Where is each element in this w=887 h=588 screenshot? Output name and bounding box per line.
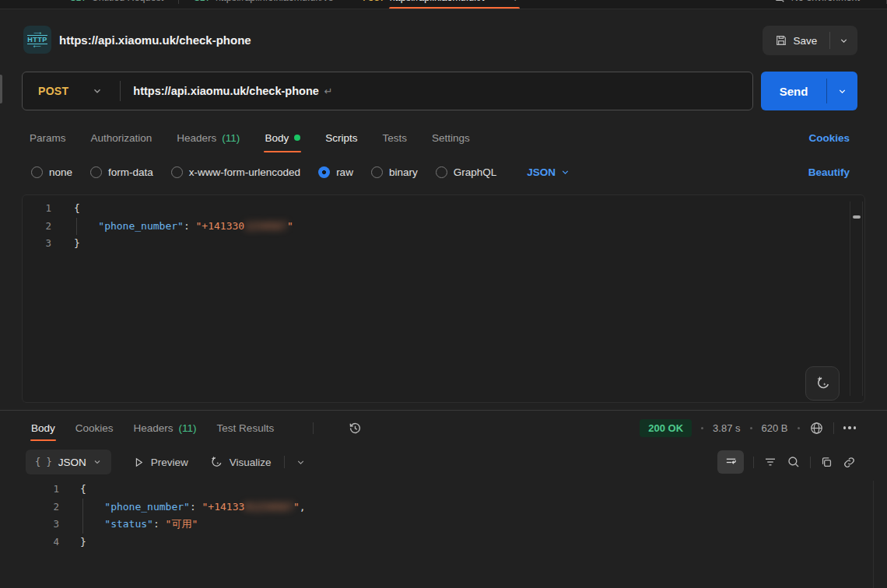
request-body-editor[interactable]: 1{2 "phone_number": "+1413301234567"3}: [22, 194, 865, 403]
request-tab-2[interactable]: GET https://apiinfo.xiaomu.uk/ve: [179, 0, 348, 3]
tab-settings[interactable]: Settings: [432, 132, 470, 144]
network-info-button[interactable]: [809, 421, 824, 436]
copy-button[interactable]: [820, 456, 833, 469]
save-options-button[interactable]: [830, 26, 857, 55]
code-text: "phone_number": "+1413301234567",: [80, 499, 306, 516]
code-token: "可用": [166, 518, 198, 530]
code-line: 3}: [23, 235, 864, 253]
filter-button[interactable]: [763, 455, 777, 469]
filter-icon: [763, 455, 777, 469]
response-size[interactable]: 620 B: [762, 422, 788, 434]
preview-button[interactable]: Preview: [133, 457, 188, 468]
line-number: 3: [23, 235, 51, 253]
dot-separator: [750, 427, 752, 429]
mode-graphql[interactable]: GraphQL: [436, 166, 497, 178]
code-text: {: [74, 200, 80, 218]
code-text: }: [74, 235, 80, 253]
response-body-viewer[interactable]: 1{2 "phone_number": "+1413301234567",3 "…: [0, 481, 871, 588]
new-tab-button[interactable]: +: [511, 0, 518, 5]
tab-body[interactable]: Body: [265, 132, 300, 144]
environment-selector[interactable]: No environment: [774, 0, 860, 3]
request-tabs: Params Authorization Headers (11) Body S…: [0, 123, 887, 152]
mode-x-www-form-urlencoded[interactable]: x-www-form-urlencoded: [171, 166, 300, 178]
mode-label: form-data: [108, 166, 153, 178]
save-button[interactable]: Save: [763, 26, 829, 55]
code-token: "+141330: [196, 220, 245, 232]
tab-title: https://apiinfo.xiaomu.uk/ve: [216, 0, 333, 3]
mode-none[interactable]: none: [31, 166, 72, 178]
scrollbar-handle[interactable]: [853, 215, 861, 219]
environment-icon: [774, 0, 785, 3]
response-tab-body[interactable]: Body: [31, 422, 55, 434]
cookies-link[interactable]: Cookies: [808, 132, 850, 144]
radio-icon: [171, 166, 183, 178]
code-line: 1{: [23, 200, 864, 218]
save-button-group: Save: [763, 26, 857, 55]
method-badge: POST: [363, 0, 384, 2]
tab-params[interactable]: Params: [30, 132, 66, 144]
method-selector-value: POST: [38, 85, 68, 97]
history-button[interactable]: [348, 421, 363, 436]
code-token: [80, 501, 104, 513]
line-number: 2: [23, 218, 51, 236]
icons-divider: [810, 457, 811, 468]
editor-scrollbar[interactable]: [850, 201, 863, 396]
send-options-button[interactable]: [827, 72, 857, 110]
mode-label: raw: [336, 166, 353, 178]
code-token: :: [190, 501, 202, 513]
tab-label: Headers: [134, 422, 174, 434]
more-icon: [843, 426, 857, 429]
tab-label: Body: [31, 422, 55, 434]
mode-raw[interactable]: raw: [318, 166, 353, 178]
mode-binary[interactable]: binary: [371, 166, 418, 178]
response-format-selector[interactable]: { } JSON: [26, 450, 111, 474]
status-badge[interactable]: 200 OK: [640, 419, 692, 437]
line-number: 1: [0, 481, 59, 499]
mode-form-data[interactable]: form-data: [90, 166, 153, 178]
wrap-text-button[interactable]: [717, 450, 744, 474]
tab-tests[interactable]: Tests: [382, 132, 407, 144]
tab-label: Settings: [432, 132, 470, 144]
radio-icon: [436, 166, 447, 178]
radio-icon: [90, 166, 102, 178]
request-tab-1[interactable]: GET Untitled Request: [55, 0, 178, 3]
tab-headers[interactable]: Headers (11): [177, 132, 240, 144]
language-selector[interactable]: JSON: [527, 166, 570, 178]
radio-selected-icon: [318, 166, 330, 178]
visualize-sparkle-icon: [209, 455, 223, 470]
arrow-left-icon: ⟵: [33, 44, 41, 48]
method-badge: GET: [70, 0, 86, 2]
url-field[interactable]: https://api.xiaomu.uk/check-phone: [133, 85, 318, 97]
response-tab-cookies[interactable]: Cookies: [75, 422, 114, 434]
method-selector-dropdown[interactable]: [92, 86, 103, 96]
tab-authorization[interactable]: Authorization: [91, 132, 153, 144]
code-token: "phone_number": [98, 220, 184, 232]
response-tab-headers[interactable]: Headers (11): [134, 422, 197, 434]
code-token: :: [184, 220, 196, 232]
response-time[interactable]: 3.87 s: [713, 422, 740, 434]
link-icon: [843, 456, 856, 469]
code-token: "+14133: [202, 501, 245, 513]
request-tab-3-active[interactable]: POST https://api.xiaomu.uk/t: [348, 0, 499, 3]
code-token: {: [80, 483, 86, 495]
code-line: 2 "phone_number": "+1413301234567": [23, 218, 864, 236]
environment-label: No environment: [791, 0, 860, 3]
postbot-button[interactable]: [805, 366, 840, 401]
response-tabs: Body Cookies Headers (11) Test Results 2…: [0, 415, 887, 441]
mode-label: GraphQL: [454, 166, 497, 178]
view-options-chevron[interactable]: [296, 457, 306, 467]
headers-count-badge: (11): [179, 422, 197, 434]
search-response-button[interactable]: [787, 455, 801, 469]
line-number: 3: [0, 516, 59, 534]
tab-scripts[interactable]: Scripts: [325, 132, 357, 144]
enter-hint: ↵: [324, 86, 333, 97]
more-options-button[interactable]: [843, 426, 857, 429]
beautify-link[interactable]: Beautify: [808, 166, 850, 178]
braces-icon: { }: [35, 457, 52, 467]
response-tab-test-results[interactable]: Test Results: [217, 422, 275, 434]
code-text: {: [80, 481, 86, 499]
visualize-button[interactable]: Visualize: [209, 455, 272, 470]
send-button[interactable]: Send: [761, 72, 826, 110]
share-link-button[interactable]: [843, 456, 856, 469]
code-token: }: [74, 237, 80, 249]
